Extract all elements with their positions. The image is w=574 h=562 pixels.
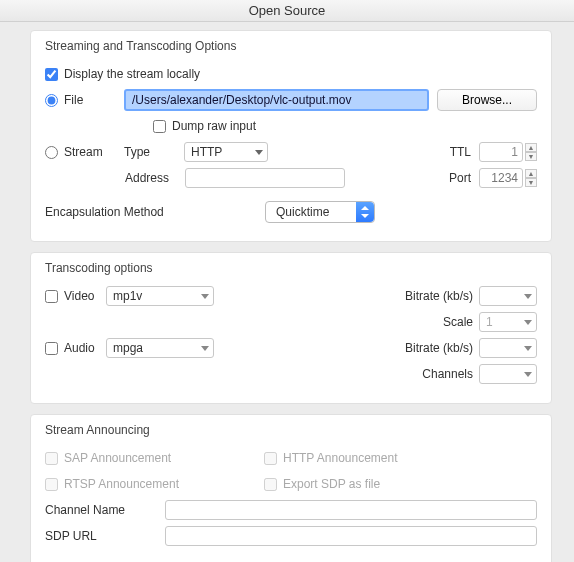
stream-row: Stream Type HTTP TTL ▲▼: [45, 141, 537, 163]
display-locally-label: Display the stream locally: [64, 67, 200, 81]
scale-value: 1: [486, 315, 493, 329]
announcing-group-title: Stream Announcing: [45, 423, 537, 437]
encaps-row: Encapsulation Method Quicktime: [45, 201, 537, 223]
rtsp-label: RTSP Announcement: [64, 477, 264, 491]
streaming-panel: Streaming and Transcoding Options Displa…: [30, 30, 552, 242]
window-titlebar: Open Source: [0, 0, 574, 22]
address-input[interactable]: [185, 168, 345, 188]
video-bitrate-select[interactable]: [479, 286, 537, 306]
dump-raw-row: Dump raw input: [153, 115, 537, 137]
sdp-url-row: SDP URL: [45, 525, 537, 547]
address-row: Address Port ▲▼: [45, 167, 537, 189]
file-radio[interactable]: [45, 94, 58, 107]
announcing-panel: Stream Announcing SAP Announcement HTTP …: [30, 414, 552, 562]
rtsp-checkbox: [45, 478, 58, 491]
http-label: HTTP Announcement: [283, 451, 398, 465]
chevron-updown-icon: [356, 202, 374, 222]
scale-label: Scale: [443, 315, 473, 329]
channel-name-input[interactable]: [165, 500, 537, 520]
audio-codec-select[interactable]: mpga: [106, 338, 214, 358]
browse-button[interactable]: Browse...: [437, 89, 537, 111]
channels-label: Channels: [422, 367, 473, 381]
encaps-label: Encapsulation Method: [45, 205, 265, 219]
ttl-label: TTL: [450, 145, 471, 159]
audio-row: Audio mpga Bitrate (kb/s): [45, 337, 537, 359]
scale-select[interactable]: 1: [479, 312, 537, 332]
audio-bitrate-select[interactable]: [479, 338, 537, 358]
file-row: File Browse...: [45, 89, 537, 111]
type-select[interactable]: HTTP: [184, 142, 268, 162]
stream-label: Stream: [64, 145, 124, 159]
sap-label: SAP Announcement: [64, 451, 264, 465]
scale-row: Scale 1: [45, 311, 537, 333]
channel-name-row: Channel Name: [45, 499, 537, 521]
announce-row2: RTSP Announcement Export SDP as file: [45, 473, 537, 495]
port-stepper[interactable]: ▲▼: [525, 169, 537, 187]
video-row: Video mp1v Bitrate (kb/s): [45, 285, 537, 307]
export-checkbox: [264, 478, 277, 491]
port-label: Port: [449, 171, 471, 185]
ttl-input[interactable]: [479, 142, 523, 162]
audio-codec-value: mpga: [113, 341, 143, 355]
type-label: Type: [124, 145, 184, 159]
sdp-url-input[interactable]: [165, 526, 537, 546]
file-label: File: [64, 93, 124, 107]
address-label: Address: [125, 171, 185, 185]
file-path-input[interactable]: [124, 89, 429, 111]
channel-name-label: Channel Name: [45, 503, 165, 517]
video-codec-select[interactable]: mp1v: [106, 286, 214, 306]
sap-checkbox: [45, 452, 58, 465]
audio-label: Audio: [64, 341, 106, 355]
http-checkbox: [264, 452, 277, 465]
display-locally-checkbox[interactable]: [45, 68, 58, 81]
audio-checkbox[interactable]: [45, 342, 58, 355]
audio-bitrate-label: Bitrate (kb/s): [405, 341, 473, 355]
dump-raw-label: Dump raw input: [172, 119, 256, 133]
ttl-stepper[interactable]: ▲▼: [525, 143, 537, 161]
encaps-select[interactable]: Quicktime: [265, 201, 375, 223]
port-input[interactable]: [479, 168, 523, 188]
video-bitrate-label: Bitrate (kb/s): [405, 289, 473, 303]
video-checkbox[interactable]: [45, 290, 58, 303]
type-value: HTTP: [191, 145, 222, 159]
export-label: Export SDP as file: [283, 477, 380, 491]
sdp-url-label: SDP URL: [45, 529, 165, 543]
video-label: Video: [64, 289, 106, 303]
encaps-value: Quicktime: [276, 205, 329, 219]
display-locally-row: Display the stream locally: [45, 63, 537, 85]
video-codec-value: mp1v: [113, 289, 142, 303]
window-title: Open Source: [249, 3, 326, 18]
streaming-group-title: Streaming and Transcoding Options: [45, 39, 537, 53]
channels-row: Channels: [45, 363, 537, 385]
announce-row1: SAP Announcement HTTP Announcement: [45, 447, 537, 469]
transcoding-panel: Transcoding options Video mp1v Bitrate (…: [30, 252, 552, 404]
channels-select[interactable]: [479, 364, 537, 384]
transcoding-group-title: Transcoding options: [45, 261, 537, 275]
dump-raw-checkbox[interactable]: [153, 120, 166, 133]
stream-radio[interactable]: [45, 146, 58, 159]
